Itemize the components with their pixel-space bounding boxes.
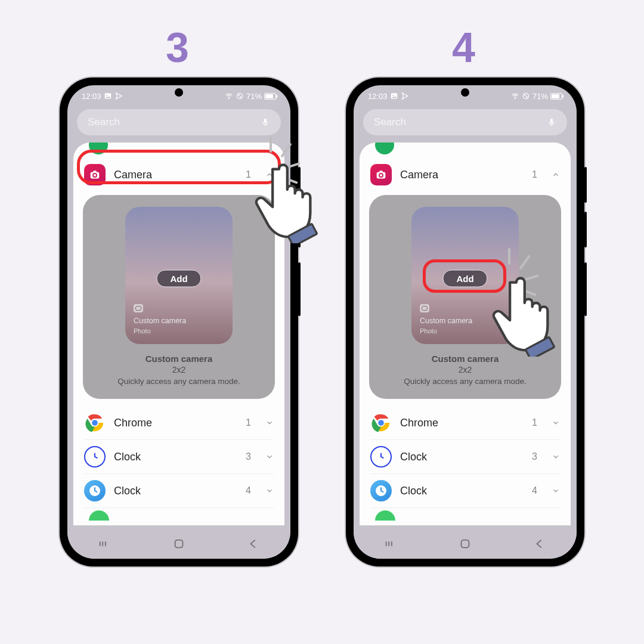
step-number-4: 4 xyxy=(452,24,475,72)
widget-picker-sheet: Camera 1 Add Custom camera Photo Custom … xyxy=(360,143,571,525)
widget-tile-custom-camera[interactable]: Add Custom camera Photo xyxy=(411,207,519,344)
widget-count: 4 xyxy=(246,485,251,496)
nav-back-icon[interactable] xyxy=(533,537,546,550)
chevron-down-icon xyxy=(265,487,274,495)
widget-row-clock-samsung[interactable]: Clock 3 xyxy=(73,440,284,473)
camera-small-icon xyxy=(420,304,429,312)
widget-row-label: Clock xyxy=(400,451,427,463)
battery-percent: 71% xyxy=(246,92,262,101)
previous-app-peek xyxy=(375,143,394,154)
widget-picker-sheet: Camera 1 Add Custom camera Photo Custom … xyxy=(73,143,284,525)
svg-rect-22 xyxy=(379,171,383,172)
camera-small-icon xyxy=(134,304,143,312)
widget-search-input[interactable]: Search xyxy=(363,109,567,135)
android-nav-bar xyxy=(67,529,290,559)
clock-app-icon xyxy=(370,446,392,467)
widget-preview-card[interactable]: Add Custom camera Photo Custom camera 2x… xyxy=(83,195,275,399)
widget-tile-custom-camera[interactable]: Add Custom camera Photo xyxy=(125,207,233,344)
no-disturb-icon xyxy=(236,92,244,100)
search-placeholder: Search xyxy=(88,116,120,128)
widget-row-clock-google[interactable]: Clock 4 xyxy=(73,474,284,507)
widget-search-input[interactable]: Search xyxy=(77,109,281,135)
chrome-app-icon xyxy=(84,412,106,434)
battery-percent: 71% xyxy=(532,92,548,101)
clock-app-icon xyxy=(84,480,106,501)
nav-home-icon[interactable] xyxy=(459,537,472,550)
phone-front-camera xyxy=(461,88,469,97)
svg-point-1 xyxy=(106,95,107,96)
nav-recents-icon[interactable] xyxy=(384,537,397,550)
svg-rect-7 xyxy=(93,171,97,172)
widget-count: 1 xyxy=(246,417,251,428)
chevron-up-icon xyxy=(265,171,274,179)
mic-icon[interactable] xyxy=(547,117,556,127)
clock-app-icon xyxy=(370,480,392,501)
chevron-down-icon xyxy=(552,419,560,427)
widget-row-clock-google[interactable]: Clock 4 xyxy=(360,474,571,507)
widget-row-label: Chrome xyxy=(114,417,152,429)
add-widget-button[interactable]: Add xyxy=(156,270,201,287)
phone-power-button xyxy=(298,262,301,316)
search-placeholder: Search xyxy=(374,116,406,128)
no-disturb-icon xyxy=(522,92,530,100)
wifi-icon xyxy=(511,92,519,100)
clock-app-icon xyxy=(84,446,106,467)
play-icon xyxy=(401,92,409,100)
svg-point-10 xyxy=(92,420,98,426)
mic-icon[interactable] xyxy=(261,117,270,127)
widget-preview-card[interactable]: Add Custom camera Photo Custom camera 2x… xyxy=(369,195,561,399)
nav-back-icon[interactable] xyxy=(247,537,260,550)
widget-row-camera[interactable]: Camera 1 xyxy=(73,153,284,191)
previous-app-peek xyxy=(89,143,108,154)
svg-rect-4 xyxy=(264,119,267,123)
widget-tile-labels: Custom camera Photo xyxy=(134,304,186,336)
widget-count: 1 xyxy=(532,417,537,428)
phone-volume-button xyxy=(298,212,301,247)
add-widget-button[interactable]: Add xyxy=(442,270,487,287)
widget-row-label: Clock xyxy=(114,485,141,497)
widget-row-chrome[interactable]: Chrome 1 xyxy=(360,406,571,439)
svg-rect-13 xyxy=(175,540,183,548)
chevron-up-icon xyxy=(552,171,560,179)
widget-row-label: Clock xyxy=(114,451,141,463)
play-icon xyxy=(114,92,123,100)
widget-count: 3 xyxy=(532,451,537,462)
status-time: 12:03 xyxy=(368,92,388,101)
svg-point-25 xyxy=(378,420,384,426)
chrome-app-icon xyxy=(370,412,392,434)
widget-row-label: Clock xyxy=(400,485,427,497)
svg-rect-28 xyxy=(462,540,469,548)
widget-tile-labels: Custom camera Photo xyxy=(420,304,472,336)
battery-icon xyxy=(264,93,276,100)
widget-meta: Custom camera 2x2 Quickly access any cam… xyxy=(95,354,263,386)
widget-row-label: Camera xyxy=(400,169,438,181)
widget-row-label: Chrome xyxy=(400,417,438,429)
battery-icon xyxy=(550,93,562,100)
next-app-peek xyxy=(89,510,109,521)
widget-row-clock-samsung[interactable]: Clock 3 xyxy=(360,440,571,473)
widget-row-chrome[interactable]: Chrome 1 xyxy=(73,406,284,439)
nav-home-icon[interactable] xyxy=(172,537,185,550)
camera-app-icon xyxy=(84,164,106,185)
image-icon xyxy=(390,92,398,100)
phone-front-camera xyxy=(175,88,183,97)
widget-count: 1 xyxy=(246,169,251,180)
chevron-down-icon xyxy=(265,419,274,427)
svg-point-2 xyxy=(228,98,229,99)
wifi-icon xyxy=(225,92,233,100)
widget-count: 1 xyxy=(532,169,537,180)
phone-power-button xyxy=(584,262,587,316)
widget-count: 3 xyxy=(246,451,251,462)
phone-mock-step4: 12:03 71% Search Camera xyxy=(346,78,584,566)
chevron-down-icon xyxy=(552,453,560,461)
chevron-down-icon xyxy=(265,453,274,461)
image-icon xyxy=(104,92,112,100)
svg-rect-19 xyxy=(550,119,553,123)
widget-row-camera[interactable]: Camera 1 xyxy=(360,153,571,191)
widget-meta: Custom camera 2x2 Quickly access any cam… xyxy=(381,354,549,386)
camera-app-icon xyxy=(370,164,392,185)
widget-row-label: Camera xyxy=(114,169,152,181)
nav-recents-icon[interactable] xyxy=(98,537,111,550)
android-nav-bar xyxy=(354,529,577,559)
status-time: 12:03 xyxy=(82,92,101,101)
